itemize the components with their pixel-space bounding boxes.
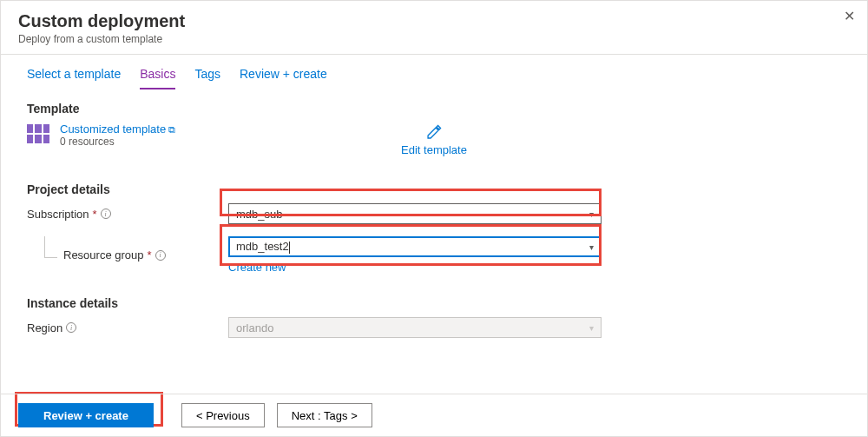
chevron-down-icon: ▾ (589, 323, 594, 333)
region-select: orlando ▾ (228, 317, 602, 338)
resource-group-value: mdb_test2 (236, 240, 290, 254)
previous-button[interactable]: < Previous (181, 403, 265, 427)
tab-select-template[interactable]: Select a template (27, 67, 121, 89)
subscription-value: mdb_sub (236, 208, 282, 221)
resource-group-label: Resource group * i (27, 248, 228, 262)
page-title: Custom deployment (18, 11, 850, 31)
resource-group-row: Resource group * i mdb_test2 ▾ Create ne… (27, 236, 841, 274)
required-asterisk: * (93, 208, 97, 221)
tab-basics[interactable]: Basics (140, 67, 175, 89)
region-value: orlando (236, 321, 273, 334)
template-tiles-icon (27, 124, 49, 143)
edit-template-button[interactable]: Edit template (401, 124, 467, 156)
tab-tags[interactable]: Tags (194, 67, 220, 89)
edit-template-label: Edit template (401, 143, 467, 156)
form-content: Template Customized template⧉ 0 resource… (1, 89, 867, 338)
subscription-label: Subscription * i (27, 208, 228, 221)
info-icon[interactable]: i (101, 209, 111, 219)
close-icon[interactable]: ✕ (844, 10, 855, 23)
region-row: Region i orlando ▾ (27, 317, 841, 338)
page-subtitle: Deploy from a custom template (18, 33, 850, 45)
chevron-down-icon: ▾ (589, 209, 594, 219)
customized-template-link[interactable]: Customized template⧉ (60, 122, 175, 136)
tab-review-create[interactable]: Review + create (240, 67, 327, 89)
chevron-down-icon: ▾ (589, 242, 594, 252)
required-asterisk: * (148, 248, 152, 262)
template-heading: Template (27, 102, 841, 116)
info-icon[interactable]: i (66, 322, 76, 333)
external-link-icon: ⧉ (168, 124, 175, 135)
page-header: Custom deployment Deploy from a custom t… (1, 1, 867, 55)
tab-bar: Select a template Basics Tags Review + c… (1, 55, 867, 89)
resource-group-select[interactable]: mdb_test2 ▾ (228, 236, 602, 257)
region-label: Region i (27, 321, 228, 334)
template-resources-count: 0 resources (60, 136, 175, 148)
review-create-button[interactable]: Review + create (18, 403, 154, 427)
footer-bar: Review + create < Previous Next : Tags > (1, 394, 867, 436)
next-button[interactable]: Next : Tags > (277, 403, 372, 427)
subscription-select[interactable]: mdb_sub ▾ (228, 203, 602, 224)
info-icon[interactable]: i (155, 250, 166, 261)
instance-details-heading: Instance details (27, 296, 841, 310)
pencil-icon (426, 124, 442, 140)
project-details-heading: Project details (27, 182, 841, 196)
subscription-row: Subscription * i mdb_sub ▾ (27, 203, 841, 224)
create-new-link[interactable]: Create new (228, 261, 286, 274)
